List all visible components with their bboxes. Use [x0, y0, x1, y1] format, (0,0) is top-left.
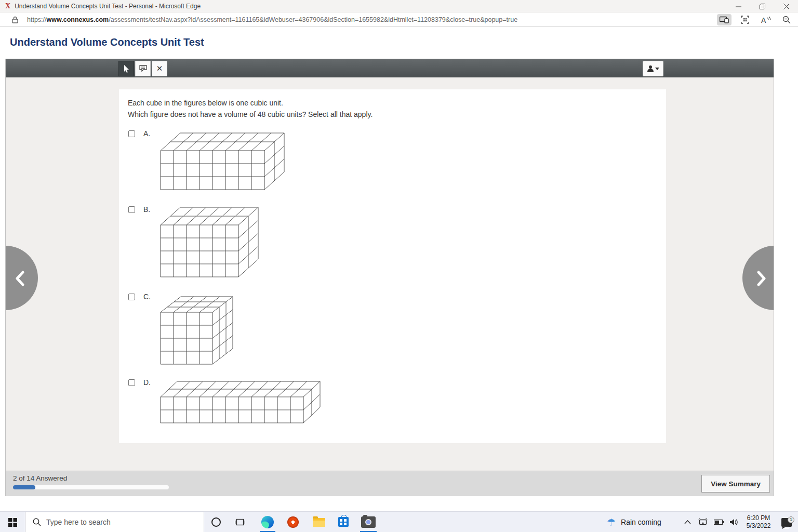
user-menu-button[interactable]	[643, 61, 663, 76]
chevron-right-icon	[757, 271, 766, 286]
camera-app-icon[interactable]	[361, 516, 376, 528]
option-d-checkbox[interactable]	[128, 379, 135, 386]
devices-icon[interactable]	[717, 14, 732, 25]
test-frame: ✕ Each cube in the figures below is one …	[5, 59, 774, 496]
notification-lines-icon	[783, 526, 789, 529]
weather-label: Rain coming	[621, 518, 661, 526]
tool-group: ✕	[118, 61, 167, 76]
answered-count: 2 of 14 Answered	[13, 474, 67, 482]
question-line-2: Which figure does not have a volume of 4…	[128, 110, 373, 118]
svg-text:A: A	[761, 16, 766, 24]
notification-badge: 1	[788, 516, 794, 523]
question-line-1: Each cube in the figures below is one cu…	[128, 99, 283, 107]
test-toolbar: ✕	[6, 59, 774, 77]
option-b-checkbox[interactable]	[128, 206, 135, 213]
person-icon	[647, 65, 654, 72]
close-icon	[783, 4, 789, 9]
window-controls	[726, 0, 798, 12]
battery-button[interactable]	[711, 520, 726, 525]
edge-app-icon[interactable]	[261, 516, 274, 528]
window-title: Understand Volume Concepts Unit Test - P…	[15, 3, 201, 10]
close-window-button[interactable]	[774, 0, 798, 12]
battery-icon	[714, 520, 724, 525]
cortana-icon	[211, 517, 221, 527]
date-label: 5/3/2022	[742, 522, 775, 530]
show-hidden-icons-button[interactable]	[680, 520, 695, 524]
action-center-button[interactable]: 1	[775, 518, 798, 527]
previous-question-button[interactable]	[6, 246, 38, 310]
cursor-icon	[123, 64, 130, 73]
taskbar-search-input[interactable]: Type here to search	[25, 512, 204, 532]
page-title: Understand Volume Concepts Unit Test	[10, 36, 204, 48]
web-capture-icon[interactable]	[738, 14, 752, 25]
read-aloud-icon[interactable]: A	[759, 14, 773, 25]
option-c-checkbox[interactable]	[128, 294, 135, 300]
note-icon	[139, 65, 147, 72]
progress-fill	[13, 485, 35, 489]
close-tool-button[interactable]: ✕	[152, 61, 167, 76]
browser-titlebar: X Understand Volume Concepts Unit Test -…	[0, 0, 798, 12]
option-a-label: A.	[143, 129, 150, 138]
windows-logo-icon	[8, 518, 17, 527]
url-text: https://www.connexus.com/assessments/tes…	[27, 16, 517, 23]
status-bar: 2 of 14 Answered View Summary	[6, 471, 774, 496]
notes-tool-button[interactable]	[135, 61, 151, 76]
restore-button[interactable]	[750, 0, 774, 12]
minimize-button[interactable]	[726, 0, 750, 12]
volume-button[interactable]	[726, 518, 742, 526]
chevron-down-icon	[655, 68, 659, 70]
cast-icon	[698, 518, 708, 526]
zoom-out-icon[interactable]	[779, 14, 794, 25]
figure-c-cuboid	[160, 296, 233, 365]
time-label: 6:20 PM	[742, 514, 775, 522]
restore-icon	[760, 4, 765, 9]
search-icon	[33, 518, 41, 526]
speaker-icon	[730, 518, 739, 526]
office-app-icon[interactable]	[287, 516, 299, 528]
figure-d-cuboid	[160, 381, 321, 423]
figure-b-cuboid	[160, 207, 259, 277]
question-card: Each cube in the figures below is one cu…	[119, 89, 666, 443]
question-stage: Each cube in the figures below is one cu…	[6, 77, 774, 471]
cortana-button[interactable]	[208, 512, 224, 532]
next-question-button[interactable]	[742, 246, 774, 310]
microsoft-store-icon[interactable]	[338, 517, 349, 527]
search-placeholder: Type here to search	[46, 518, 111, 526]
cast-button[interactable]	[695, 518, 711, 526]
system-tray: 6:20 PM 5/3/2022 1	[680, 512, 798, 532]
connexus-favicon-icon: X	[5, 3, 10, 10]
option-b-label: B.	[143, 205, 150, 214]
chevron-left-icon	[15, 271, 24, 286]
pointer-tool-button[interactable]	[118, 61, 134, 76]
windows-taskbar: Type here to search ☂ Rain coming	[0, 511, 798, 532]
address-bar-icons: A	[717, 14, 794, 26]
chevron-up-icon	[684, 520, 691, 524]
progress-bar	[13, 485, 169, 489]
option-a-checkbox[interactable]	[128, 130, 135, 137]
option-d-label: D.	[143, 378, 151, 387]
file-explorer-icon[interactable]	[313, 518, 325, 527]
task-view-icon	[235, 517, 245, 527]
start-button[interactable]	[0, 512, 25, 532]
figure-a-cuboid	[160, 132, 285, 190]
task-view-button[interactable]	[232, 512, 248, 532]
screen: X Understand Volume Concepts Unit Test -…	[0, 0, 798, 532]
clock[interactable]: 6:20 PM 5/3/2022	[742, 514, 775, 530]
view-summary-button[interactable]: View Summary	[701, 475, 770, 493]
option-c-label: C.	[143, 292, 151, 301]
lock-icon	[10, 16, 20, 23]
address-bar[interactable]: https://www.connexus.com/assessments/tes…	[0, 12, 798, 27]
weather-widget[interactable]: ☂ Rain coming	[607, 512, 661, 532]
close-x-icon: ✕	[156, 64, 163, 73]
umbrella-icon: ☂	[607, 516, 616, 528]
minimize-icon	[736, 4, 741, 9]
